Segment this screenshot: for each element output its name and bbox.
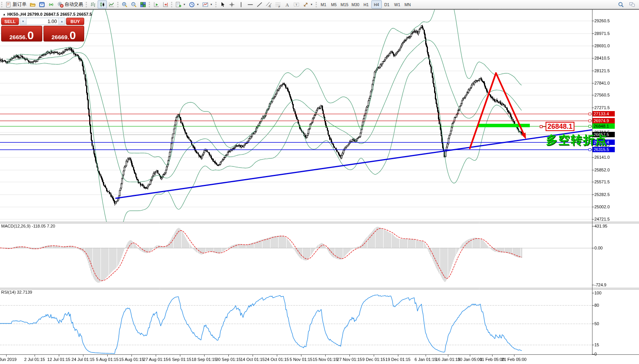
sell-price-pip: 0 — [27, 31, 34, 40]
auto-trading-button[interactable]: 自动交易 — [56, 0, 85, 8]
volume-increase-button[interactable]: ▲ — [58, 18, 65, 25]
profiles-button[interactable] — [28, 0, 37, 8]
price-tag: 27133.4 — [592, 111, 615, 116]
sell-price-main: 26656 — [9, 34, 25, 40]
turning-point-annotation[interactable]: 多空转折点 — [546, 132, 607, 148]
toolbar-right — [616, 0, 639, 8]
macd-axis-label: 431.95 — [594, 224, 607, 229]
time-axis-label: 15 Aug 01:15 — [119, 357, 144, 362]
vline-icon — [238, 2, 244, 8]
price-axis-label: 28410.5 — [594, 56, 610, 61]
price-axis-label: 27841.0 — [594, 81, 610, 86]
text-label-button[interactable]: T — [292, 0, 301, 8]
signal-icon — [48, 2, 54, 8]
sell-button[interactable]: SELL — [1, 18, 19, 25]
price-tag: 26974.9 — [592, 118, 615, 123]
caret-up-icon: ▲ — [61, 20, 63, 23]
price-tag: 26848.1 — [592, 123, 615, 129]
autotrade-icon — [57, 2, 63, 8]
text-a-icon: A — [284, 2, 290, 8]
timeframe-w1-button[interactable]: W1 — [392, 0, 403, 8]
time-axis-label: 27 Nov 01:15 — [337, 357, 362, 362]
trendline-button[interactable] — [255, 0, 264, 8]
time-axis-label: 9 Jun 2019 — [0, 357, 17, 362]
zoom-out-button[interactable] — [129, 0, 138, 8]
periods-button[interactable]: ▼ — [187, 0, 201, 8]
auto-scroll-button[interactable] — [151, 0, 161, 8]
tile-windows-button[interactable] — [138, 0, 148, 8]
volume-decrease-button[interactable]: ▼ — [20, 18, 27, 25]
signals-button[interactable] — [47, 0, 56, 8]
buy-button[interactable]: BUY — [66, 18, 84, 25]
search-button[interactable] — [616, 0, 626, 8]
timeframe-m1-button[interactable]: M1 — [318, 0, 329, 8]
chartshift-icon — [162, 2, 168, 8]
time-axis-label: 12 Jul 01:15 — [47, 357, 70, 362]
market-watch-button[interactable] — [37, 0, 47, 8]
sell-price-display[interactable]: 26656.0 — [1, 26, 42, 42]
time-axis-label: 5 Aug 01:15 — [96, 357, 119, 362]
price-axis-label: 25282.5 — [594, 192, 610, 197]
volume-stepper: ▼ ▲ — [20, 18, 65, 25]
autoscroll-icon — [153, 2, 159, 8]
time-axis-label: 24 Oct 01:15 — [265, 357, 289, 362]
price-axis-label: 25571.5 — [594, 180, 610, 184]
timeframe-m15-button[interactable]: M15 — [339, 0, 350, 8]
arrows-button[interactable]: ▼ — [301, 0, 315, 8]
crosshair-button[interactable] — [227, 0, 236, 8]
time-axis-label: 6 Sep 01:15 — [168, 357, 191, 362]
timeframe-m5-button[interactable]: M5 — [329, 0, 339, 8]
collapse-arrow-icon[interactable]: ▲ — [3, 13, 6, 16]
vertical-line-button[interactable] — [236, 0, 246, 8]
toolbar-group — [88, 0, 116, 9]
volume-input[interactable] — [27, 18, 58, 25]
templates-button[interactable]: ▼ — [201, 0, 214, 8]
timeframe-mn-button[interactable]: MN — [403, 0, 413, 8]
svg-text:T: T — [295, 3, 297, 6]
price-chart-canvas[interactable] — [0, 0, 639, 364]
toolbar-group: M1M5M15M30H1H4D1W1MN — [318, 0, 413, 9]
line-chart-button[interactable] — [107, 0, 116, 8]
timeframe-h1-button[interactable]: H1 — [361, 0, 371, 8]
zoom-in-icon — [121, 2, 128, 8]
buy-price-main: 26669 — [52, 34, 68, 40]
svg-text:F: F — [278, 5, 280, 8]
buy-price-dot: . — [68, 34, 69, 40]
chevron-down-icon: ▼ — [210, 3, 213, 6]
cursor-icon — [220, 2, 226, 8]
indicators-button[interactable]: ▼ — [174, 0, 187, 8]
equidistant-channel-button[interactable]: E — [264, 0, 273, 8]
candles-icon — [99, 2, 105, 8]
fibonacci-button[interactable]: F — [273, 0, 283, 8]
time-axis-label: 18 Sep 01:15 — [191, 357, 216, 362]
rsi-axis-label: 0 — [594, 352, 597, 357]
arrows-icon — [303, 2, 309, 8]
chat-button[interactable] — [627, 0, 637, 8]
indicators-icon — [175, 2, 181, 8]
price-axis-label: 27271.5 — [594, 105, 610, 110]
tile-icon — [140, 2, 146, 8]
one-click-trading-panel: SELL ▼ ▲ BUY 26656.0 26669.0 — [1, 18, 84, 42]
price-axis-label: 28971.5 — [594, 31, 610, 36]
price-axis-label: 25002.0 — [594, 204, 610, 209]
search-icon — [618, 2, 624, 8]
horizontal-line-button[interactable] — [246, 0, 255, 8]
time-axis-label: 30 Sep 01:15 — [216, 357, 241, 362]
sell-price-dot: . — [25, 34, 27, 40]
bar-chart-button[interactable] — [88, 0, 98, 8]
timeframe-m30-button[interactable]: M30 — [350, 0, 361, 8]
text-button[interactable]: A — [283, 0, 292, 8]
new-order-button[interactable]: 新订单 — [4, 0, 28, 8]
chart-shift-button[interactable] — [161, 0, 170, 8]
price-axis-label: 28121.5 — [594, 68, 610, 73]
timeframe-d1-button[interactable]: D1 — [382, 0, 392, 8]
price-callout-box[interactable]: 26848.1 — [546, 122, 574, 131]
cursor-button[interactable] — [218, 0, 227, 8]
time-axis-label: 5 Nov 01:15 — [290, 357, 312, 362]
candlestick-button[interactable] — [98, 0, 107, 8]
toolbar-grip — [117, 2, 118, 7]
timeframe-h4-button[interactable]: H4 — [371, 0, 382, 8]
toolbar-grip — [171, 2, 172, 7]
zoom-in-button[interactable] — [120, 0, 129, 8]
buy-price-display[interactable]: 26669.0 — [43, 26, 85, 42]
